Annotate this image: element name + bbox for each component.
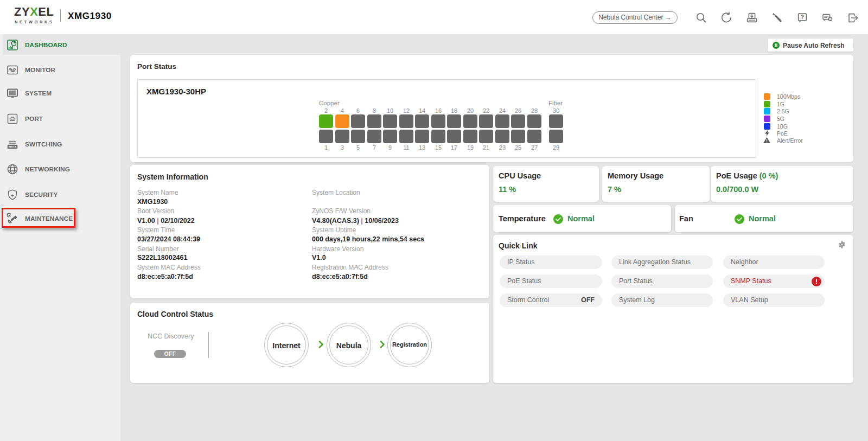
svg-text:?: ? [801,14,804,20]
